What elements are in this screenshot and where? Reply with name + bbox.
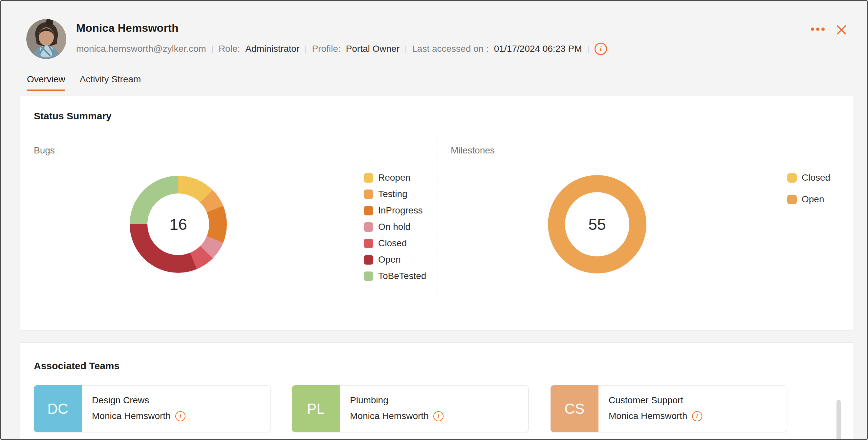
user-profile-modal: Monica Hemsworth monica.hemsworth@zylker… — [0, 0, 868, 440]
legend-item-open[interactable]: Open — [787, 194, 830, 205]
info-icon[interactable]: i — [692, 411, 702, 421]
legend-swatch — [364, 222, 373, 232]
info-icon[interactable]: i — [594, 43, 607, 55]
team-member-row: Monica Hemsworthi — [350, 411, 443, 421]
close-icon[interactable] — [836, 24, 847, 35]
team-initials-badge: DC — [34, 385, 82, 432]
milestones-total: 55 — [588, 215, 606, 233]
legend-swatch — [364, 173, 373, 182]
tab-activity-stream[interactable]: Activity Stream — [80, 74, 141, 91]
meta-divider: | — [211, 44, 213, 54]
profile-label: Profile: — [312, 44, 340, 54]
bugs-legend: ReopenTestingInProgressOn holdClosedOpen… — [364, 172, 426, 287]
bugs-donut-chart[interactable]: 16 — [130, 176, 227, 273]
legend-label: Closed — [802, 172, 830, 183]
legend-label: Open — [378, 255, 401, 265]
status-summary-card: Status Summary Bugs 16 ReopenTestingInPr… — [20, 96, 854, 330]
user-meta-row: monica.hemsworth@zylker.com | Role: Admi… — [76, 43, 607, 55]
legend-label: Open — [802, 194, 824, 205]
team-card-customer-support[interactable]: CSCustomer SupportMonica Hemsworthi — [551, 385, 787, 432]
associated-teams-card: Associated Teams DCDesign CrewsMonica He… — [20, 342, 854, 440]
associated-teams-title: Associated Teams — [34, 360, 120, 371]
legend-swatch — [787, 195, 797, 204]
legend-item-closed[interactable]: Closed — [364, 238, 426, 248]
legend-swatch — [364, 239, 373, 248]
status-summary-title: Status Summary — [34, 110, 112, 122]
legend-item-reopen[interactable]: Reopen — [364, 172, 426, 183]
legend-swatch — [364, 255, 373, 265]
team-name: Design Crews — [92, 395, 149, 406]
role-label: Role: — [219, 44, 240, 54]
team-member-name: Monica Hemsworth — [350, 411, 429, 421]
milestones-donut-chart[interactable]: 55 — [548, 175, 646, 273]
team-name: Plumbing — [350, 395, 389, 406]
team-name: Customer Support — [609, 395, 683, 406]
team-initials-badge: PL — [292, 385, 340, 432]
bugs-chart-title: Bugs — [34, 145, 55, 156]
legend-swatch — [787, 173, 797, 182]
team-card-plumbing[interactable]: PLPlumbingMonica Hemsworthi — [292, 385, 529, 432]
more-options-button[interactable] — [811, 28, 825, 31]
legend-swatch — [364, 271, 373, 281]
legend-label: On hold — [378, 222, 410, 232]
legend-swatch — [364, 206, 373, 215]
legend-item-testing[interactable]: Testing — [364, 189, 426, 199]
legend-label: Testing — [378, 189, 407, 199]
team-initials-badge: CS — [551, 385, 598, 432]
role-value: Administrator — [245, 44, 300, 54]
legend-item-open[interactable]: Open — [364, 255, 426, 265]
section-divider — [438, 136, 438, 303]
user-name: Monica Hemsworth — [76, 22, 179, 34]
meta-divider: | — [305, 44, 307, 54]
info-icon[interactable]: i — [175, 411, 185, 421]
legend-item-closed[interactable]: Closed — [787, 172, 830, 183]
team-member-row: Monica Hemsworthi — [609, 411, 702, 421]
avatar — [26, 19, 66, 59]
legend-item-tobetested[interactable]: ToBeTested — [364, 271, 426, 281]
legend-label: InProgress — [378, 205, 423, 216]
tab-bar: Overview Activity Stream — [27, 74, 141, 91]
legend-label: Reopen — [378, 172, 410, 183]
info-icon[interactable]: i — [433, 411, 443, 421]
profile-value: Portal Owner — [346, 44, 400, 54]
bugs-total: 16 — [169, 215, 187, 233]
legend-swatch — [364, 190, 373, 199]
last-accessed-value: 01/17/2024 06:23 PM — [494, 44, 582, 54]
meta-divider: | — [405, 44, 407, 54]
tab-overview[interactable]: Overview — [27, 74, 65, 91]
legend-label: ToBeTested — [378, 271, 426, 281]
team-card-design-crews[interactable]: DCDesign CrewsMonica Hemsworthi — [34, 385, 271, 432]
legend-label: Closed — [378, 238, 407, 248]
team-member-name: Monica Hemsworth — [92, 411, 171, 421]
bugs-donut-center: 16 — [147, 194, 209, 255]
meta-divider: | — [587, 44, 589, 54]
milestones-donut-center: 55 — [565, 192, 629, 257]
milestones-legend: ClosedOpen — [787, 172, 830, 216]
team-member-name: Monica Hemsworth — [609, 411, 687, 421]
user-email: monica.hemsworth@zylker.com — [76, 44, 206, 54]
legend-item-inprogress[interactable]: InProgress — [364, 205, 426, 216]
milestones-chart-title: Milestones — [451, 145, 495, 156]
vertical-scrollbar-thumb[interactable] — [836, 400, 841, 440]
last-accessed-label: Last accessed on : — [412, 44, 489, 54]
legend-item-on-hold[interactable]: On hold — [364, 222, 426, 232]
team-member-row: Monica Hemsworthi — [92, 411, 185, 421]
